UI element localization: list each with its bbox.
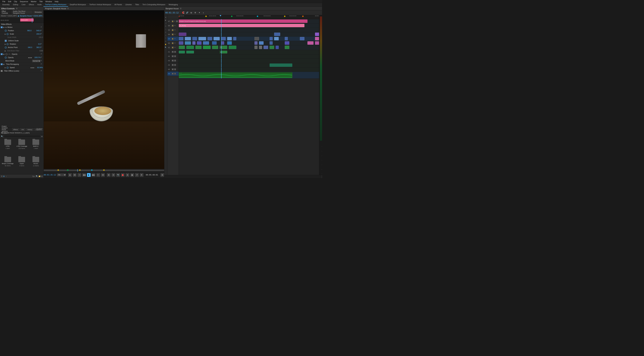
workspace-editing[interactable]: Editing: [11, 3, 20, 7]
program-monitor-menu-icon[interactable]: ☰: [67, 7, 69, 9]
btn-add-marker[interactable]: ◈: [68, 173, 72, 177]
track-lane-a3[interactable]: [179, 59, 319, 63]
clip-v4-3[interactable]: [315, 32, 319, 36]
effect-row-scale[interactable]: ▶ ◷ Scale 150.0 ↺: [0, 32, 44, 36]
search-options-icon[interactable]: ⊞: [41, 136, 42, 137]
track-lane-a4[interactable]: [179, 63, 319, 67]
clip-v4-2[interactable]: [274, 32, 280, 36]
track-lane-v1[interactable]: 🖼: [179, 45, 319, 50]
clip-v2-11[interactable]: [270, 41, 273, 45]
speed-nav-left[interactable]: ◀: [30, 67, 32, 68]
effect-row-position[interactable]: ◷ Position 960.0 540.0 ↺: [0, 29, 44, 32]
tab-project[interactable]: Project: Bangkok House Version5-4_1_1: [0, 128, 12, 131]
effect-row-motion[interactable]: fx ▶ ⊕ Motion ↺: [0, 26, 44, 29]
effect-row-opacity-value[interactable]: ◷ Opacity ◀ ◆ ▶ 100.0 % ↺: [0, 56, 44, 59]
antiflicker-expand[interactable]: ▶: [5, 50, 6, 52]
effect-row-uniform-scale[interactable]: ✓ Uniform Scale: [0, 39, 44, 42]
track-m-a4[interactable]: M: [172, 64, 174, 66]
clip-v3-5[interactable]: [208, 37, 212, 40]
scale-expand[interactable]: ▶: [5, 33, 6, 35]
audio-a1-3[interactable]: [221, 51, 227, 53]
position-y-value[interactable]: 540.0: [32, 30, 40, 31]
opacity-expand[interactable]: ▶: [3, 53, 5, 55]
workspace-timpan-editing[interactable]: TimPan's Editing Workspace: [44, 3, 68, 7]
menu-clip[interactable]: Clip: [12, 0, 18, 2]
workspace-colorgrading[interactable]: Tim's Colorgrading Workspace: [141, 3, 167, 7]
track-lane-a6[interactable]: fx C: [179, 72, 319, 79]
workspace-audio[interactable]: Audio: [36, 3, 44, 7]
search-input[interactable]: [4, 135, 40, 138]
track-s-a2[interactable]: S: [174, 55, 176, 57]
track-lane-v6[interactable]: 2K_200.png: [179, 23, 319, 28]
tool-zoom[interactable]: 🔍: [164, 46, 167, 49]
track-sync-v5[interactable]: 🔒: [172, 29, 174, 31]
opacity-value[interactable]: 100.0 %: [32, 57, 40, 58]
clip-v3-14[interactable]: [300, 37, 304, 40]
speed-stopwatch[interactable]: ◷: [6, 67, 8, 69]
clip-v2-14[interactable]: [315, 41, 319, 45]
clip-v3-15[interactable]: [315, 37, 319, 40]
anchor-y-value[interactable]: 360.0: [32, 46, 40, 48]
sort-icon[interactable]: ↕: [6, 175, 7, 177]
workspace-titles[interactable]: Titles: [133, 3, 141, 7]
effect-row-scale-width[interactable]: Scale Width 100.0: [0, 36, 44, 39]
track-eye-v7[interactable]: 👁: [174, 20, 176, 22]
clip-v7-subtitle[interactable]: Bangkok House(Prototype2)/Subtitle(Chine…: [179, 19, 308, 23]
track-sync-v1[interactable]: 🔒: [172, 46, 174, 48]
track-s-a3[interactable]: S: [174, 60, 176, 62]
anchor-stopwatch[interactable]: ◷: [5, 46, 7, 48]
tool-select[interactable]: ▲: [164, 16, 167, 18]
tl-btn-add-marker[interactable]: M: [190, 11, 193, 14]
fit-selector[interactable]: Fit 25% 50% 100%: [57, 174, 66, 176]
clip-v4-1[interactable]: [179, 32, 186, 36]
antiflicker-value[interactable]: 0.00: [34, 50, 43, 52]
track-lane-v2[interactable]: [179, 41, 319, 45]
time-remap-expand[interactable]: ▶: [3, 63, 5, 65]
audio-a1-1[interactable]: [179, 51, 185, 53]
clip-v2-10[interactable]: [259, 41, 264, 45]
track-eye-v5[interactable]: 👁: [174, 29, 176, 31]
btn-export-frame[interactable]: 📷: [116, 173, 120, 177]
view-grid-icon[interactable]: ⊞: [3, 175, 4, 177]
menu-title[interactable]: Title: [38, 0, 44, 2]
rotation-expand[interactable]: ▶: [5, 43, 6, 45]
new-bin-icon[interactable]: 📁: [38, 175, 40, 177]
menu-file[interactable]: File: [1, 0, 7, 2]
view-list-icon[interactable]: ☰: [1, 175, 2, 177]
btn-replace[interactable]: ↺: [135, 173, 139, 177]
ec-clip-block[interactable]: C0241.MP4: [20, 18, 34, 21]
monitor-scrub-bar[interactable]: [44, 169, 164, 172]
menu-edit[interactable]: Edit: [7, 0, 12, 2]
track-lane-a5[interactable]: [179, 67, 319, 72]
track-eye-v3[interactable]: 👁: [174, 38, 176, 40]
clip-v2-2[interactable]: [185, 41, 191, 45]
btn-go-to-in[interactable]: ⊣: [78, 173, 81, 177]
clip-v2-4[interactable]: [197, 41, 202, 45]
effect-controls-mini-timeline[interactable]: 00:01:35:00 C0241.MP4: [0, 18, 44, 23]
track-collapse-v7[interactable]: M: [176, 20, 178, 22]
workspace-assembly[interactable]: Assembly: [1, 3, 11, 7]
time-remap-reset[interactable]: ↺: [40, 63, 43, 65]
audio-a4-waveform[interactable]: [270, 63, 292, 67]
track-m-a2[interactable]: M: [172, 55, 174, 57]
tl-btn-settings[interactable]: ⚙: [194, 11, 197, 14]
track-sync-v3[interactable]: 🔒: [172, 38, 174, 40]
track-s-a6[interactable]: S: [174, 73, 176, 75]
clip-v1-2[interactable]: [186, 46, 194, 49]
clip-v2-9[interactable]: [254, 41, 258, 45]
workspace-libraries[interactable]: Libraries: [124, 3, 133, 7]
tl-btn-effects[interactable]: ✦: [198, 11, 201, 14]
track-lane-a1[interactable]: 🖼: [179, 50, 319, 54]
menu-help[interactable]: Help: [53, 0, 60, 2]
track-lane-v3[interactable]: [179, 37, 319, 41]
project-item-bmpcc[interactable]: BMPCC 1 Item: [29, 140, 42, 156]
track-sync-v7[interactable]: 🔒: [172, 20, 174, 22]
timeline-tracks-area[interactable]: 00:00:00 00:01:00:00 00:02:00:00 00:03:0…: [179, 15, 319, 175]
position-reset[interactable]: ↺: [40, 29, 43, 32]
track-m-a5[interactable]: M: [172, 68, 174, 70]
tl-btn-snap[interactable]: 🧲: [182, 11, 185, 14]
track-sync-v2[interactable]: 🔒: [172, 42, 174, 44]
btn-step-back[interactable]: ◀◀: [82, 173, 86, 177]
btn-step-forward-frame[interactable]: ⋙: [101, 173, 105, 177]
clip-v1-6[interactable]: [221, 46, 227, 49]
